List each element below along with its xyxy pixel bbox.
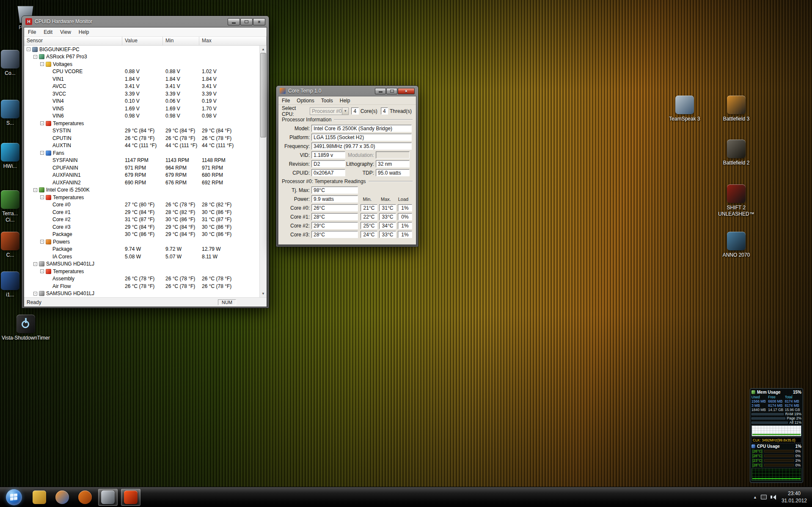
scroll-up-icon[interactable]: ▲ (260, 46, 267, 53)
table-row[interactable]: AUXFANIN1679 RPM679 RPM680 RPM (24, 172, 259, 179)
firefox-taskbar-button[interactable] (52, 489, 72, 506)
hwmonitor-titlebar[interactable]: H CPUID Hardware Monitor × (24, 16, 267, 27)
table-row[interactable]: IA Cores5.08 W5.07 W8.11 W (24, 253, 259, 260)
sensor-min: 9.72 W (163, 246, 199, 252)
tree-expander-icon[interactable]: - (33, 55, 37, 59)
maximize-button[interactable] (240, 18, 253, 25)
table-row[interactable]: CPUTIN26 °C (78 °F)26 °C (78 °F)26 °C (7… (24, 134, 259, 142)
menu-options[interactable]: Options (293, 96, 317, 104)
tjmax-label: Tj. Max: (282, 187, 311, 193)
table-row[interactable]: -SAMSUNG HD401LJ (24, 290, 259, 298)
mem-table-row: 1566 MB6608 MB8174 MB (751, 399, 801, 403)
power-label: Power: (282, 196, 311, 202)
table-row[interactable]: Core #027 °C (80 °F)26 °C (78 °F)28 °C (… (24, 201, 259, 209)
table-row[interactable]: -BIGGUNKIEF-PC (24, 46, 259, 53)
tree-expander-icon[interactable]: - (40, 62, 44, 66)
table-row[interactable]: -SAMSUNG HD401LJ (24, 260, 259, 268)
tree-expander-icon[interactable]: - (40, 151, 44, 155)
table-row[interactable]: AUXTIN44 °C (111 °F)44 °C (111 °F)44 °C … (24, 142, 259, 150)
tree-expander-icon[interactable]: - (27, 47, 30, 51)
column-header-max[interactable]: Max (199, 37, 267, 45)
mem-side-row: RAM 19% (751, 412, 801, 416)
tray-expand-icon[interactable]: ▲ (753, 495, 757, 499)
table-row[interactable]: -ASRock P67 Pro3 (24, 53, 259, 61)
table-row[interactable]: -Temperatures (24, 194, 259, 201)
table-row[interactable]: SYSTIN29 °C (84 °F)29 °C (84 °F)29 °C (8… (24, 127, 259, 135)
anno-2070[interactable]: ANNO 2070 (715, 232, 757, 258)
table-row[interactable]: CPUFANIN971 RPM964 RPM971 RPM (24, 164, 259, 172)
vista-shutdowntimer[interactable]: Vista-ShutdownTimer (0, 315, 52, 341)
table-row[interactable]: AVCC3.41 V3.41 V3.41 V (24, 83, 259, 90)
table-row[interactable]: VIN40.10 V0.06 V0.19 V (24, 98, 259, 105)
close-button[interactable]: × (398, 88, 415, 94)
table-row[interactable]: -Voltages (24, 60, 259, 68)
table-row[interactable]: Package30 °C (86 °F)29 °C (84 °F)30 °C (… (24, 231, 259, 238)
table-row[interactable]: Air Flow26 °C (78 °F)26 °C (78 °F)26 °C … (24, 282, 259, 290)
battlefield-2[interactable]: Battlefield 2 (715, 140, 757, 166)
menu-tools[interactable]: Tools (318, 96, 336, 104)
scrollbar-thumb[interactable] (260, 53, 266, 137)
clock[interactable]: 23:40 31.01.2012 (782, 490, 807, 504)
minimize-button[interactable] (375, 88, 386, 94)
menu-file[interactable]: File (278, 96, 293, 104)
tree-expander-icon[interactable]: - (33, 188, 37, 192)
table-row[interactable]: CPU VCORE0.88 V0.88 V1.02 V (24, 68, 259, 76)
table-row[interactable]: VIN11.84 V1.84 V1.84 V (24, 75, 259, 83)
table-row[interactable]: Core #129 °C (84 °F)28 °C (82 °F)30 °C (… (24, 208, 259, 216)
table-row[interactable]: AUXFANIN2690 RPM676 RPM692 RPM (24, 179, 259, 186)
battlefield-3[interactable]: Battlefield 3 (715, 96, 757, 122)
table-row[interactable]: Assembly26 °C (78 °F)26 °C (78 °F)26 °C … (24, 275, 259, 283)
start-button[interactable] (6, 489, 22, 505)
tree-expander-icon[interactable]: - (40, 240, 44, 244)
system-monitor-gadget[interactable]: Mem Usage 15% UsedFreeTotal 1566 MB6608 … (750, 388, 803, 483)
tree-expander-icon[interactable]: - (40, 269, 44, 273)
table-row[interactable]: -Fans (24, 149, 259, 157)
close-button[interactable]: × (253, 18, 265, 25)
menu-help[interactable]: Help (336, 96, 354, 104)
statusbar: Ready NUM (24, 297, 267, 307)
table-row[interactable]: 3VCC3.39 V3.39 V3.39 V (24, 90, 259, 98)
column-header-sensor[interactable]: Sensor (24, 37, 122, 45)
menu-edit[interactable]: Edit (40, 27, 56, 36)
tree-expander-icon[interactable]: - (40, 195, 44, 199)
coretemp-titlebar[interactable]: Core Temp 1.0 × (278, 86, 416, 96)
column-header-min[interactable]: Min (163, 37, 199, 45)
sensor-max: 1148 RPM (199, 157, 259, 163)
shift-2-unleashed[interactable]: SHIFT 2UNLEASHED™ (715, 184, 757, 217)
coretemp-taskbar-button[interactable] (121, 489, 140, 506)
sensor-value: 29 °C (84 °F) (122, 209, 163, 215)
power-icon (46, 239, 51, 244)
core-min-value: 22°C (361, 213, 377, 220)
table-row[interactable]: VIN60.98 V0.98 V0.98 V (24, 112, 259, 120)
model-label: Model: (282, 126, 311, 132)
menu-view[interactable]: View (56, 27, 75, 36)
teamspeak-3[interactable]: TeamSpeak 3 (663, 96, 706, 122)
table-row[interactable]: SYSFANIN1147 RPM1143 RPM1148 RPM (24, 157, 259, 164)
volume-icon[interactable] (771, 495, 776, 500)
cpu-select[interactable]: Processor #0 ▼ (310, 107, 349, 115)
scroll-down-icon[interactable]: ▼ (260, 290, 267, 297)
table-row[interactable]: VIN51.69 V1.69 V1.70 V (24, 105, 259, 112)
menu-help[interactable]: Help (75, 27, 93, 36)
clock-date: 31.01.2012 (782, 497, 807, 504)
tree-expander-icon[interactable]: - (40, 121, 44, 125)
table-row[interactable]: Core #329 °C (84 °F)29 °C (84 °F)30 °C (… (24, 223, 259, 231)
table-row[interactable]: -Temperatures (24, 120, 259, 127)
column-header-value[interactable]: Value (122, 37, 163, 45)
table-row[interactable]: -Powers (24, 238, 259, 246)
explorer-taskbar-button[interactable] (30, 489, 49, 506)
maximize-button[interactable] (386, 88, 397, 94)
orange-app-taskbar-button[interactable] (75, 489, 95, 506)
table-row[interactable]: -Temperatures (24, 268, 259, 275)
tree-expander-icon[interactable]: - (33, 292, 37, 296)
menu-file[interactable]: File (24, 27, 40, 36)
table-row[interactable]: Package9.74 W9.72 W12.79 W (24, 246, 259, 253)
network-icon[interactable] (761, 495, 767, 499)
sensor-value: 0.10 V (122, 98, 163, 104)
table-row[interactable]: Core #231 °C (87 °F)30 °C (86 °F)31 °C (… (24, 216, 259, 224)
table-row[interactable]: -Intel Core i5 2500K (24, 186, 259, 194)
hwmonitor-taskbar-button[interactable] (98, 489, 118, 506)
vertical-scrollbar[interactable]: ▲ ▼ (259, 46, 267, 297)
tree-expander-icon[interactable]: - (33, 262, 37, 266)
minimize-button[interactable] (228, 18, 240, 25)
